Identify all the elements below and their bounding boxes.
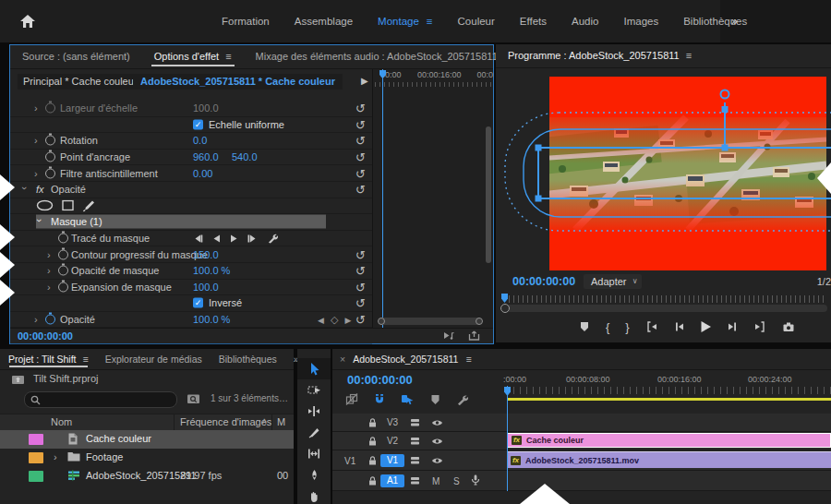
add-marker-icon[interactable] (430, 394, 440, 405)
workspace-tab-couleur[interactable]: Couleur (458, 16, 495, 27)
project-row-footage[interactable]: › Footage (0, 449, 294, 467)
horizontal-scrollbar[interactable] (379, 318, 482, 325)
reset-icon[interactable]: ↺ (355, 264, 366, 278)
workspace-overflow-icon[interactable]: » (731, 15, 739, 28)
program-video-frame[interactable] (549, 77, 826, 270)
stopwatch-icon[interactable] (45, 152, 55, 162)
panel-menu-icon[interactable]: ≡ (465, 354, 471, 365)
track-backward-icon[interactable] (193, 234, 203, 243)
add-keyframe-icon[interactable]: ◇ (331, 314, 338, 326)
hand-tool[interactable] (297, 486, 331, 504)
label-color-swatch[interactable] (29, 434, 43, 445)
lock-icon[interactable] (367, 417, 378, 427)
search-bin-icon[interactable] (187, 392, 200, 404)
expand-icon[interactable]: › (47, 282, 51, 293)
mark-in-button[interactable]: { (606, 320, 609, 334)
opacity-value[interactable]: 100.0 % (193, 314, 230, 325)
voiceover-mic-icon[interactable] (471, 474, 480, 486)
eye-icon[interactable] (431, 437, 443, 445)
column-m-clipped[interactable]: M (277, 416, 285, 427)
pen-tool[interactable] (297, 464, 331, 486)
reset-icon[interactable]: ↺ (355, 296, 366, 310)
reset-icon[interactable]: ↺ (355, 134, 366, 148)
lock-icon[interactable] (367, 475, 378, 486)
reset-icon[interactable]: ↺ (355, 280, 366, 294)
track-a1-target[interactable]: A1 (380, 474, 404, 487)
sync-lock-icon[interactable] (410, 456, 420, 465)
step-forward-button[interactable] (728, 321, 739, 332)
workspace-tab-assemblage[interactable]: Assemblage (295, 16, 353, 27)
program-playhead[interactable] (501, 294, 508, 303)
stopwatch-icon[interactable] (45, 168, 55, 178)
stopwatch-icon[interactable] (58, 249, 68, 259)
tab-media-browser[interactable]: Explorateur de médias (97, 349, 211, 369)
eye-icon[interactable] (431, 418, 443, 426)
expand-icon[interactable]: › (34, 314, 38, 325)
anchor-y-value[interactable]: 540.0 (232, 151, 258, 162)
label-color-swatch[interactable] (29, 471, 43, 482)
expand-icon[interactable]: › (47, 265, 51, 276)
reset-icon[interactable]: ↺ (355, 102, 366, 115)
track-v2-target[interactable]: V2 (380, 435, 404, 448)
stopwatch-icon[interactable] (45, 103, 55, 114)
panel-menu-icon[interactable]: ≡ (225, 51, 231, 62)
clip-adobestock-mov[interactable]: fx AdobeStock_205715811.mov (507, 451, 831, 468)
program-scrub-area[interactable] (501, 294, 827, 314)
project-file-name[interactable]: Tilt Shift.prproj (33, 373, 99, 384)
project-row-cache-couleur[interactable]: Cache couleur (0, 430, 294, 449)
effect-timecode[interactable]: 00:00:00:00 (18, 330, 73, 342)
expand-icon[interactable]: › (34, 135, 38, 146)
export-icon[interactable] (468, 330, 480, 341)
playback-resolution[interactable]: 1/2 (817, 276, 831, 287)
reset-icon[interactable]: ↺ (355, 166, 366, 180)
scale-width-value[interactable]: 100.0 (193, 102, 219, 114)
workspace-tab-montage[interactable]: Montage≡ (378, 16, 432, 27)
timeline-settings-wrench-icon[interactable] (456, 394, 468, 405)
clip-cache-couleur[interactable]: fx Cache couleur (507, 433, 831, 448)
mark-out-button[interactable]: } (625, 320, 629, 334)
column-framerate[interactable]: Fréquence d'images (180, 416, 271, 427)
sequence-clip-name[interactable]: AdobeStock_205715811 * Cache couleur (133, 74, 343, 90)
play-forward-icon[interactable] (230, 234, 238, 243)
timeline-ruler[interactable]: :00:00 00:00:08:00 00:00:16:00 00:00:24:… (507, 371, 831, 401)
vertical-scrollbar[interactable] (486, 126, 491, 263)
step-back-button[interactable] (673, 321, 684, 332)
program-timecode[interactable]: 00:00:00:00 (512, 275, 575, 288)
stopwatch-icon[interactable] (58, 266, 68, 276)
mask-opacity-value[interactable]: 100.0 % (193, 265, 230, 276)
play-button[interactable] (700, 320, 712, 333)
expand-icon[interactable]: › (54, 451, 57, 462)
tab-sequence[interactable]: × AdobeStock_205715811 ≡ (332, 354, 479, 365)
reset-icon[interactable]: ↺ (355, 313, 366, 327)
add-marker-button[interactable] (579, 321, 590, 332)
search-input[interactable] (24, 391, 177, 408)
track-forward-icon[interactable] (247, 234, 258, 243)
razor-tool[interactable] (297, 422, 331, 443)
column-name[interactable]: Nom (51, 416, 72, 427)
ellipse-mask-tool[interactable] (36, 200, 54, 211)
sync-lock-icon[interactable] (410, 418, 420, 427)
ripple-edit-tool[interactable] (297, 401, 331, 422)
close-icon[interactable]: × (340, 354, 345, 365)
zoom-scrollbar[interactable] (501, 305, 827, 312)
expand-icon[interactable]: › (34, 168, 38, 179)
go-to-in-button[interactable] (645, 321, 657, 332)
lock-icon[interactable] (367, 455, 378, 465)
uniform-scale-checkbox[interactable]: ✓ (193, 119, 203, 129)
rectangle-mask-tool[interactable] (62, 200, 74, 211)
sync-lock-icon[interactable] (410, 476, 420, 486)
stopwatch-icon-active[interactable] (45, 315, 55, 325)
slip-tool[interactable] (297, 443, 331, 464)
workspace-tab-audio[interactable]: Audio (572, 16, 598, 27)
stopwatch-icon[interactable] (58, 234, 68, 244)
project-row-adobestock[interactable]: AdobeStock_205715811 29.97 fps 00 (0, 467, 294, 486)
play-audio-icon[interactable] (443, 330, 455, 341)
work-area-bar[interactable] (507, 398, 831, 401)
linked-selection-icon[interactable] (401, 393, 415, 405)
effect-mini-timeline[interactable]: 00:00 00:00:16:00 00:0 (372, 69, 493, 329)
workspace-tab-formation[interactable]: Formation (222, 16, 270, 27)
mask-feather-value[interactable]: 150.0 (193, 249, 219, 260)
export-frame-button[interactable] (782, 321, 795, 332)
tab-project[interactable]: Projet : Tilt Shift≡ (0, 349, 97, 369)
expand-icon[interactable]: › (34, 102, 38, 114)
